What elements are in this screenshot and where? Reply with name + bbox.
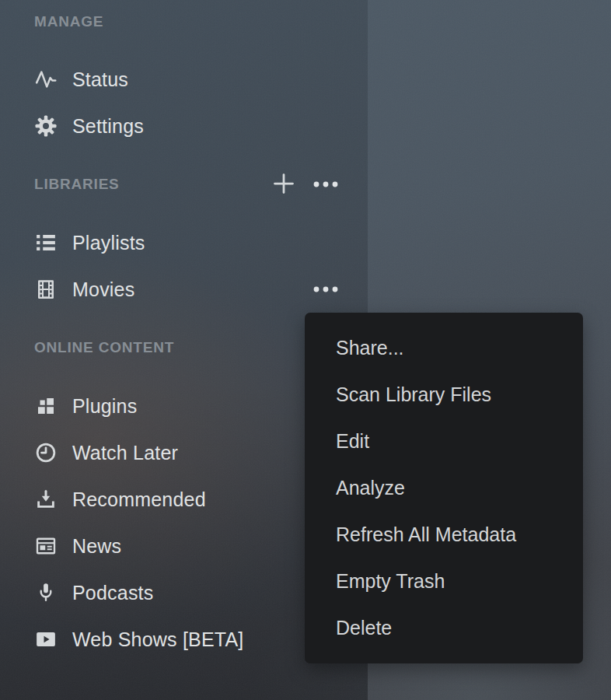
sidebar-item-label: Movies — [72, 278, 134, 301]
clock-icon — [34, 441, 58, 464]
microphone-icon — [34, 581, 58, 604]
menu-item-refresh-all-metadata[interactable]: Refresh All Metadata — [305, 511, 583, 558]
movies-more-button[interactable] — [312, 284, 339, 295]
sidebar-item-label: Playlists — [72, 232, 145, 254]
video-play-icon — [34, 628, 58, 651]
sidebar-item-label: Watch Later — [72, 442, 178, 464]
sidebar-item-label: Status — [72, 68, 128, 91]
add-library-button[interactable] — [272, 173, 295, 196]
section-header-manage: MANAGE — [0, 0, 368, 43]
sidebar-item-label: Settings — [72, 115, 144, 138]
libraries-more-button[interactable] — [312, 179, 339, 190]
playlist-icon — [34, 231, 58, 254]
ellipsis-icon — [312, 179, 339, 191]
sidebar-item-movies[interactable]: Movies — [0, 266, 368, 313]
activity-icon — [34, 68, 58, 91]
gear-icon — [34, 114, 58, 138]
section-header-label: MANAGE — [34, 13, 103, 30]
sidebar-item-label: Plugins — [72, 395, 137, 418]
context-menu: Share... Scan Library Files Edit Analyze… — [305, 313, 583, 663]
menu-item-analyze[interactable]: Analyze — [305, 464, 583, 511]
sidebar-item-status[interactable]: Status — [0, 56, 368, 103]
menu-item-scan-library-files[interactable]: Scan Library Files — [305, 371, 583, 418]
section-header-label: LIBRARIES — [34, 176, 120, 193]
newspaper-icon — [34, 534, 58, 558]
menu-item-delete[interactable]: Delete — [305, 604, 583, 651]
plex-window: MANAGE Status Settings LIBRARIES — [0, 0, 611, 700]
sidebar-item-label: News — [72, 535, 121, 558]
menu-item-share[interactable]: Share... — [305, 324, 583, 371]
section-header-label: ONLINE CONTENT — [34, 339, 174, 356]
ellipsis-icon — [312, 284, 339, 296]
sidebar-item-label: Web Shows [BETA] — [72, 628, 243, 651]
section-header-libraries: LIBRARIES — [0, 161, 368, 208]
sidebar-item-settings[interactable]: Settings — [0, 103, 368, 149]
download-icon — [34, 488, 58, 511]
menu-item-empty-trash[interactable]: Empty Trash — [305, 558, 583, 604]
sidebar-item-playlists[interactable]: Playlists — [0, 219, 368, 266]
sidebar-item-label: Recommended — [72, 488, 206, 511]
plus-icon — [272, 172, 295, 198]
film-icon — [34, 278, 58, 301]
menu-item-edit[interactable]: Edit — [305, 418, 583, 464]
sidebar-item-label: Podcasts — [72, 582, 153, 604]
grid-icon — [34, 394, 58, 418]
